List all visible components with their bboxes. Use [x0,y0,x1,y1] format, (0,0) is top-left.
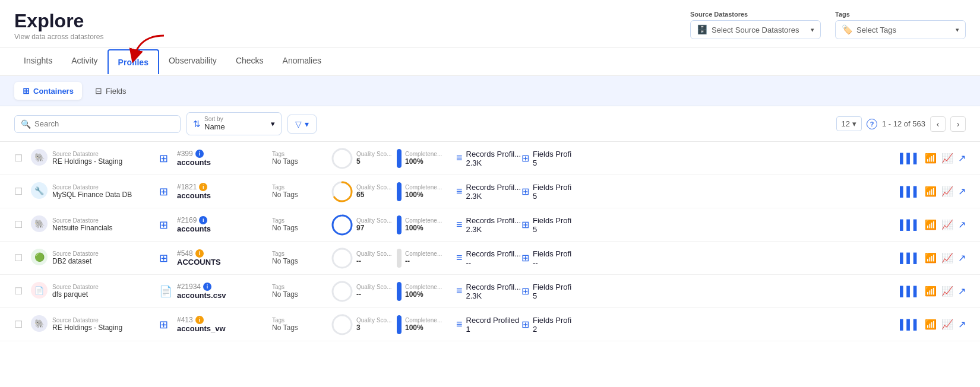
records-label: Records Profil... [466,216,521,225]
svg-point-2 [333,149,352,168]
bar-chart-icon[interactable]: ▌▌▌ [900,186,920,197]
ds-info-col: Source Datastore Netsuite Financials [52,217,159,232]
signal-icon[interactable]: 📶 [925,252,937,264]
filter-button[interactable]: ▽ ▾ [287,115,317,134]
fields-value: 5 [533,158,571,167]
page-size-chevron-icon: ▾ [852,119,856,128]
external-link-icon[interactable]: ↗ [958,252,966,264]
list-icon: ≡ [456,318,463,331]
bar-chart-icon[interactable]: ▌▌▌ [900,153,920,164]
quality-label: Quality Sco... [356,217,391,224]
bookmark-icon[interactable]: ☐ [14,153,23,163]
trend-icon[interactable]: 📈 [941,286,953,297]
tags-value: Select Tags [856,26,952,34]
ds-source-label: Source Datastore [52,250,159,257]
completeness-value: 100% [405,323,442,332]
tab-checks[interactable]: Checks [226,47,273,75]
toolbar: 🔍 ⇅ Sort by Name ▾ ▽ ▾ 12 ▾ ? 1 - 12 of … [0,106,980,142]
search-box[interactable]: 🔍 [14,115,181,133]
trend-icon[interactable]: 📈 [941,319,953,330]
table-name[interactable]: accounts [177,191,272,200]
signal-icon[interactable]: 📶 [925,319,937,330]
records-label: Records Profil... [466,249,521,258]
bar-chart-icon[interactable]: ▌▌▌ [900,220,920,230]
help-icon[interactable]: ? [867,119,877,129]
bookmark-icon[interactable]: ☐ [14,319,23,329]
external-link-icon[interactable]: ↗ [958,319,966,330]
table-name[interactable]: accounts.csv [177,291,272,300]
sub-tab-containers-label: Containers [33,87,74,96]
signal-icon[interactable]: 📶 [925,153,937,164]
svg-text:🐘: 🐘 [34,319,45,329]
trend-icon[interactable]: 📈 [941,186,953,197]
page-size-select[interactable]: 12 ▾ [836,116,862,131]
bookmark-icon[interactable]: ☐ [14,220,23,230]
records-col: ≡ Record Profiled 1 [456,316,521,334]
bookmark-icon[interactable]: ☐ [14,253,23,263]
tags-value: No Tags [272,257,331,265]
quality-col: Quality Sco... 97 [331,214,397,236]
tags-select[interactable]: 🏷️ Select Tags ▾ [835,20,966,39]
prev-page-button[interactable]: ‹ [930,116,946,132]
quality-label: Quality Sco... [356,151,391,157]
list-icon: ≡ [456,252,463,264]
completeness-label: Completene... [405,317,442,323]
signal-icon[interactable]: 📶 [925,186,937,197]
external-link-icon[interactable]: ↗ [958,219,966,230]
tab-anomalies[interactable]: Anomalies [273,47,331,75]
bar-chart-icon[interactable]: ▌▌▌ [900,319,920,330]
table-name[interactable]: accounts [177,158,272,167]
fields-grid-icon: ⊞ [521,252,529,264]
sort-select[interactable]: ⇅ Sort by Name ▾ [186,112,282,135]
trend-icon[interactable]: 📈 [941,153,953,164]
source-datastores-select[interactable]: 🗄️ Select Source Datastores ▾ [690,20,821,39]
next-page-button[interactable]: › [950,116,966,132]
quality-value: -- [356,257,391,265]
ds-icon-col: 🐘 [31,149,52,167]
svg-point-22 [333,315,352,334]
records-label: Records Profil... [466,283,521,291]
fields-value: 5 [533,225,571,234]
table-icon-col: 📄 [159,285,177,298]
sub-tab-fields[interactable]: ⊟ Fields [87,82,135,100]
fields-label: Fields Profi [533,216,571,225]
list-icon: ≡ [456,185,463,198]
table-info-col: #399 i accounts [177,150,272,167]
completeness-col: Completene... 100% [397,315,456,334]
bar-chart-icon[interactable]: ▌▌▌ [900,286,920,297]
grid-icon: ⊞ [159,252,168,264]
svg-point-11 [333,215,352,234]
tab-profiles[interactable]: Profiles [108,49,159,74]
records-label: Records Profil... [466,150,521,158]
bookmark-icon[interactable]: ☐ [14,186,23,196]
tags-col: Tags No Tags [272,284,331,299]
main-tabs: Insights Activity Profiles Observability… [0,47,980,76]
search-input[interactable] [34,119,174,128]
trend-icon[interactable]: 📈 [941,219,953,230]
quality-value: 5 [356,157,391,166]
quality-col: Quality Sco... 5 [331,148,397,169]
pagination-info: 12 ▾ ? 1 - 12 of 563 ‹ › [836,116,966,132]
tags-value: No Tags [272,323,331,332]
signal-icon[interactable]: 📶 [925,219,937,230]
bar-chart-icon[interactable]: ▌▌▌ [900,253,920,264]
tags-col: Tags No Tags [272,217,331,232]
fields-value: 2 [533,325,571,334]
completeness-col: Completene... 100% [397,182,456,201]
ds-info-col: Source Datastore MySQL Finance Data DB [52,184,159,199]
table-name[interactable]: ACCOUNTS [177,258,272,267]
trend-icon[interactable]: 📈 [941,252,953,264]
grid-icon: ⊞ [159,186,168,198]
external-link-icon[interactable]: ↗ [958,286,966,297]
tab-insights[interactable]: Insights [14,47,62,75]
tab-activity[interactable]: Activity [62,47,107,75]
external-link-icon[interactable]: ↗ [958,186,966,197]
external-link-icon[interactable]: ↗ [958,153,966,164]
signal-icon[interactable]: 📶 [925,286,937,297]
bookmark-icon[interactable]: ☐ [14,286,23,296]
table-name[interactable]: accounts [177,224,272,233]
table-name[interactable]: accounts_vw [177,324,272,333]
sub-tab-containers[interactable]: ⊞ Containers [14,82,82,100]
table-id-num: #548 [177,249,193,258]
page-title: Explore [14,11,104,31]
